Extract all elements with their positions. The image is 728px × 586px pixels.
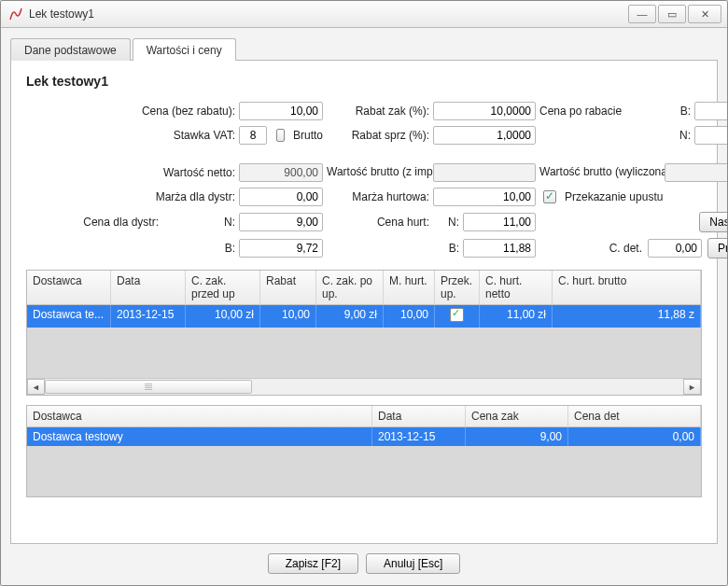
cell2-dostawca: Dostawca testowy xyxy=(27,427,372,446)
input-cena-bez-rabatu[interactable] xyxy=(239,102,323,120)
minimize-button[interactable]: — xyxy=(628,5,656,23)
input-cena-po-rabacie-n[interactable] xyxy=(694,126,728,145)
col2-dostawca[interactable]: Dostawca xyxy=(27,406,372,426)
col2-cena-det[interactable]: Cena det xyxy=(568,406,701,426)
label-b-3: B: xyxy=(433,242,459,255)
col2-data[interactable]: Data xyxy=(372,406,466,426)
input-c-det[interactable] xyxy=(648,239,702,258)
col-c-hurt-brutto[interactable]: C. hurt. brutto xyxy=(553,271,701,304)
col-c-zak-po[interactable]: C. zak. po up. xyxy=(316,271,384,304)
label-marza-dystr: Marża dla dystr: xyxy=(26,190,235,203)
window-frame: Lek testowy1 — ▭ ✕ Dane podstawowe Warto… xyxy=(0,0,728,586)
input-wartosc-brutto-import xyxy=(433,163,536,182)
col-rabat[interactable]: Rabat xyxy=(260,271,316,304)
input-cena-po-rabacie-b[interactable] xyxy=(694,102,728,120)
anuluj-button[interactable]: Anuluj [Esc] xyxy=(366,553,460,574)
label-cena-dystr: Cena dla dystr: xyxy=(26,216,159,229)
supplier-pricing-grid: Dostawca Data C. zak. przed up Rabat C. … xyxy=(26,270,702,396)
label-brutto: Brutto xyxy=(293,129,323,142)
scroll-left-icon[interactable]: ◄ xyxy=(27,379,45,395)
tab-wartosci-ceny[interactable]: Wartości i ceny xyxy=(133,38,236,61)
input-wartosc-netto xyxy=(239,163,323,182)
przelicz-button[interactable]: Przelicz xyxy=(707,238,728,258)
cell-m-hurt: 10,00 xyxy=(384,305,435,328)
grid2-body-empty xyxy=(27,446,701,496)
nastepny-button[interactable]: Następny xyxy=(699,212,728,232)
label-n-3: N: xyxy=(433,216,459,229)
label-wartosc-brutto-import: Wartość brutto (z importu): xyxy=(327,166,429,178)
label-cena-bez-rabatu: Cena (bez rabatu): xyxy=(26,105,235,118)
input-rabat-sprz[interactable] xyxy=(433,126,536,145)
close-button[interactable]: ✕ xyxy=(688,5,721,23)
zapisz-button[interactable]: Zapisz [F2] xyxy=(268,553,358,574)
product-heading: Lek testowy1 xyxy=(26,74,702,89)
input-rabat-zak[interactable] xyxy=(433,102,536,120)
label-cena-hurt: Cena hurt: xyxy=(327,216,429,229)
cell2-data: 2013-12-15 xyxy=(372,427,466,446)
client-area: Dane podstawowe Wartości i ceny Lek test… xyxy=(1,28,727,585)
input-cena-dystr-n[interactable] xyxy=(239,213,323,231)
scroll-track[interactable] xyxy=(45,380,683,394)
maximize-button[interactable]: ▭ xyxy=(658,5,686,23)
col-data[interactable]: Data xyxy=(111,271,186,304)
tab-dane-podstawowe[interactable]: Dane podstawowe xyxy=(10,38,131,61)
price-form: Cena (bez rabatu): Rabat zak (%): Cena p… xyxy=(26,102,702,258)
input-stawka-vat[interactable] xyxy=(239,126,267,145)
col-m-hurt[interactable]: M. hurt. xyxy=(384,271,435,304)
cell-c-zak-po: 9,00 zł xyxy=(316,305,384,328)
label-wartosc-brutto-wylicz: Wartość brutto (wyliczona): xyxy=(539,166,661,178)
label-n-1: N: xyxy=(665,129,691,142)
cell-c-hurt-brutto: 11,88 z xyxy=(553,305,701,328)
titlebar[interactable]: Lek testowy1 — ▭ ✕ xyxy=(1,1,727,28)
label-wartosc-netto: Wartość netto: xyxy=(26,166,235,179)
grid2-header: Dostawca Data Cena zak Cena det xyxy=(27,406,701,427)
cell-dostawca: Dostawca te... xyxy=(27,305,111,328)
window-title: Lek testowy1 xyxy=(29,7,628,21)
label-b-1: B: xyxy=(665,105,691,118)
input-wartosc-brutto-wylicz xyxy=(665,163,728,182)
grid1-row-selected[interactable]: Dostawca te... 2013-12-15 10,00 zł 10,00… xyxy=(27,305,701,328)
check-icon xyxy=(450,308,464,322)
label-przekazanie-upustu: Przekazanie upustu xyxy=(565,190,663,203)
app-icon xyxy=(8,7,23,21)
checkbox-brutto[interactable] xyxy=(276,129,285,142)
cell2-cena-zak: 9,00 xyxy=(466,427,568,446)
col-c-zak-przed[interactable]: C. zak. przed up xyxy=(186,271,260,304)
cell-rabat: 10,00 xyxy=(260,305,316,328)
cell2-cena-det: 0,00 xyxy=(568,427,701,446)
input-marza-dystr[interactable] xyxy=(239,188,323,206)
label-cena-po-rabacie: Cena po rabacie xyxy=(539,105,661,118)
cell-c-hurt-netto: 11,00 zł xyxy=(480,305,553,328)
input-cena-hurt-n[interactable] xyxy=(463,213,536,231)
input-marza-hurt[interactable] xyxy=(433,188,536,206)
col-c-hurt-netto[interactable]: C. hurt. netto xyxy=(480,271,553,304)
tab-panel: Lek testowy1 Cena (bez rabatu): Rabat za… xyxy=(10,60,718,544)
input-cena-dystr-b[interactable] xyxy=(239,239,323,258)
cell-data: 2013-12-15 xyxy=(111,305,186,328)
label-rabat-sprz: Rabat sprz (%): xyxy=(327,129,429,142)
grid1-header: Dostawca Data C. zak. przed up Rabat C. … xyxy=(27,271,701,305)
label-stawka-vat: Stawka VAT: xyxy=(26,129,235,142)
col-przek-up[interactable]: Przek. up. xyxy=(435,271,480,304)
label-b-2: B: xyxy=(162,242,235,255)
cell-c-zak-przed: 10,00 zł xyxy=(186,305,260,328)
footer-buttons: Zapisz [F2] Anuluj [Esc] xyxy=(10,544,718,578)
col-dostawca[interactable]: Dostawca xyxy=(27,271,111,304)
grid1-hscrollbar[interactable]: ◄ ► xyxy=(27,378,701,395)
input-cena-hurt-b[interactable] xyxy=(463,239,536,258)
tabstrip: Dane podstawowe Wartości i ceny xyxy=(10,35,718,60)
label-n-2: N: xyxy=(162,216,235,229)
supplier-summary-grid: Dostawca Data Cena zak Cena det Dostawca… xyxy=(26,405,702,497)
cell-przek-up[interactable] xyxy=(435,305,480,328)
scroll-right-icon[interactable]: ► xyxy=(683,379,701,395)
label-marza-hurt: Marża hurtowa: xyxy=(327,190,429,203)
label-rabat-zak: Rabat zak (%): xyxy=(327,105,429,118)
checkbox-przekazanie-upustu[interactable] xyxy=(543,190,556,203)
label-c-det: C. det. xyxy=(609,242,642,255)
grid1-body-empty xyxy=(27,328,701,378)
col2-cena-zak[interactable]: Cena zak xyxy=(466,406,568,426)
scroll-thumb[interactable] xyxy=(45,380,252,394)
grid2-row-selected[interactable]: Dostawca testowy 2013-12-15 9,00 0,00 xyxy=(27,427,701,446)
